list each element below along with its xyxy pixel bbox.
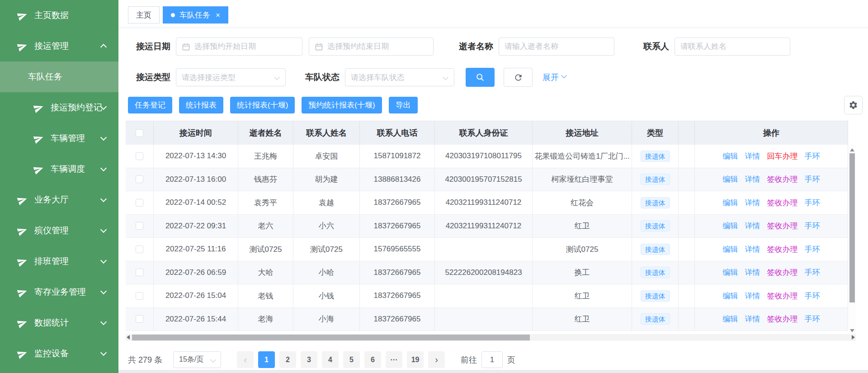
action-link[interactable]: 签收办理 (767, 174, 798, 184)
row-checkbox[interactable] (136, 175, 143, 183)
sidebar-item-8[interactable]: 排班管理 (0, 246, 118, 277)
column-header-1: 逝者姓名 (238, 121, 293, 145)
scroll-up-icon[interactable] (850, 148, 854, 151)
row-checkbox-cell (126, 284, 154, 307)
row-checkbox[interactable] (136, 246, 143, 253)
action-link[interactable]: 详情 (745, 151, 760, 161)
horizontal-scrollbar[interactable] (126, 334, 856, 341)
send-icon (33, 164, 44, 175)
select-all-checkbox[interactable] (136, 129, 143, 137)
action-link[interactable]: 编辑 (723, 174, 738, 184)
action-link[interactable]: 手环 (805, 267, 820, 278)
vertical-scrollbar[interactable] (848, 145, 856, 334)
sidebar-item-7[interactable]: 殡仪管理 (0, 215, 118, 246)
date-start-input[interactable] (176, 38, 302, 56)
action-link[interactable]: 编辑 (723, 291, 738, 301)
pager-page-1[interactable]: 1 (258, 351, 275, 368)
sidebar-item-0[interactable]: 主页数据 (0, 0, 118, 31)
action-link[interactable]: 回车办理 (767, 151, 798, 161)
type-badge: 接遗体 (641, 267, 670, 278)
goto-page-input[interactable] (481, 351, 503, 368)
action-link[interactable]: 手环 (805, 314, 820, 324)
row-checkbox[interactable] (136, 152, 143, 160)
action-link[interactable]: 详情 (745, 314, 760, 324)
vertical-scroll-thumb[interactable] (849, 153, 855, 302)
date-end-input[interactable] (309, 38, 434, 56)
action-link[interactable]: 编辑 (723, 314, 738, 324)
cell-actions: 编辑详情签收办理手环 (695, 191, 848, 214)
pager-page-19[interactable]: 19 (407, 351, 424, 368)
action-link[interactable]: 签收办理 (767, 198, 798, 208)
action-link[interactable]: 手环 (805, 198, 820, 208)
sidebar-item-10[interactable]: 数据统计 (0, 307, 118, 338)
scroll-right-icon[interactable] (852, 335, 855, 340)
action-link[interactable]: 签收办理 (767, 221, 798, 231)
pager-page-5[interactable]: 5 (343, 351, 360, 368)
pager-ellipsis[interactable]: ··· (386, 351, 402, 368)
action-link[interactable]: 手环 (805, 151, 820, 161)
toolbar-button-1[interactable]: 统计报表 (179, 97, 223, 113)
row-checkbox[interactable] (136, 222, 143, 230)
action-link[interactable]: 手环 (805, 221, 820, 231)
tab-home[interactable]: 主页 (128, 6, 160, 24)
action-link[interactable]: 详情 (745, 291, 760, 301)
action-link[interactable]: 编辑 (723, 151, 738, 161)
toolbar-button-0[interactable]: 任务登记 (128, 97, 172, 113)
action-link[interactable]: 签收办理 (767, 267, 798, 278)
sidebar-item-6[interactable]: 业务大厅 (0, 184, 118, 215)
deceased-name-input[interactable] (499, 38, 614, 56)
action-link[interactable]: 编辑 (723, 221, 738, 231)
row-checkbox[interactable] (136, 315, 143, 323)
action-link[interactable]: 手环 (805, 244, 820, 255)
expand-toggle[interactable]: 展开 (542, 72, 566, 83)
chevron-down-icon (274, 74, 280, 80)
row-checkbox[interactable] (136, 292, 143, 300)
toolbar-button-2[interactable]: 统计报表(十堰) (230, 97, 295, 113)
toolbar-button-4[interactable]: 导出 (389, 97, 418, 113)
pager-prev-button[interactable]: ‹ (237, 351, 254, 368)
pager-page-2[interactable]: 2 (279, 351, 296, 368)
action-link[interactable]: 详情 (745, 198, 760, 208)
row-checkbox[interactable] (136, 269, 143, 276)
sidebar-item-2[interactable]: 车队任务 (0, 61, 118, 92)
sidebar-item-5[interactable]: 车辆调度 (0, 154, 118, 184)
action-link[interactable]: 详情 (745, 267, 760, 278)
search-button[interactable] (466, 68, 495, 87)
action-link[interactable]: 手环 (805, 174, 820, 184)
pager-page-3[interactable]: 3 (301, 351, 317, 368)
sidebar-item-11[interactable]: 监控设备 (0, 338, 118, 369)
sidebar-item-9[interactable]: 寄存业务管理 (0, 277, 118, 307)
pager-page-6[interactable]: 6 (364, 351, 381, 368)
action-link[interactable]: 手环 (805, 291, 820, 301)
cell-time: 2022-07-25 11:16 (154, 238, 238, 261)
action-link[interactable]: 编辑 (723, 267, 738, 278)
action-link[interactable]: 详情 (745, 244, 760, 255)
fleet-status-select[interactable]: 请选择车队状态 (345, 68, 454, 86)
action-link[interactable]: 签收办理 (767, 244, 798, 255)
sidebar-item-3[interactable]: 接运预约登记 (0, 92, 118, 123)
action-link[interactable]: 签收办理 (767, 291, 798, 301)
pager-next-button[interactable]: › (428, 351, 445, 368)
scroll-down-icon[interactable] (850, 329, 854, 332)
action-link[interactable]: 签收办理 (767, 314, 798, 324)
horizontal-scroll-thumb[interactable] (132, 335, 530, 340)
pager-page-4[interactable]: 4 (322, 351, 339, 368)
row-checkbox[interactable] (136, 199, 143, 207)
action-link[interactable]: 编辑 (723, 198, 738, 208)
column-settings-button[interactable] (844, 96, 863, 114)
pickup-type-select[interactable]: 请选择接运类型 (176, 68, 286, 86)
contact-input[interactable] (675, 38, 790, 56)
action-link[interactable]: 详情 (745, 174, 760, 184)
page-size-select[interactable]: 15条/页 (173, 351, 221, 368)
tab-fleet-tasks[interactable]: 车队任务 × (163, 6, 228, 24)
toolbar-button-3[interactable]: 预约统计报表(十堰) (302, 97, 382, 113)
chevron-down-icon (100, 227, 107, 233)
sidebar-item-4[interactable]: 车辆管理 (0, 123, 118, 154)
refresh-button[interactable] (504, 68, 533, 87)
action-link[interactable]: 详情 (745, 221, 760, 231)
scroll-left-icon[interactable] (127, 335, 130, 340)
action-link[interactable]: 编辑 (723, 244, 738, 255)
sidebar-item-1[interactable]: 接运管理 (0, 31, 118, 61)
sidebar: 主页数据接运管理车队任务接运预约登记车辆管理车辆调度业务大厅殡仪管理排班管理寄存… (0, 0, 118, 373)
tab-close-icon[interactable]: × (216, 11, 220, 19)
